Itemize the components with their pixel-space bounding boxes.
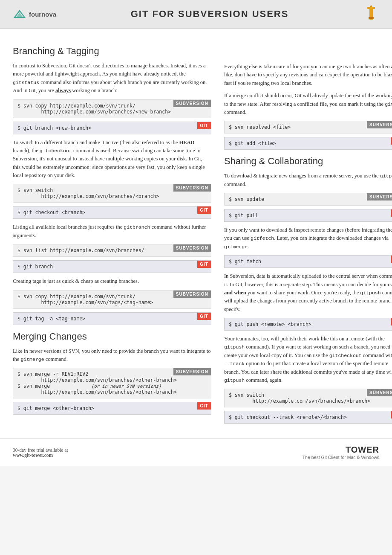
track-git-code: $ git checkout --track <remote>/<branch> — [229, 414, 383, 420]
gitmerge-code-2: gitmerge — [224, 244, 248, 250]
merging-section: Merging Changes Like in newer versions o… — [13, 331, 211, 415]
switch-git-block: GIT $ git checkout <branch> — [13, 206, 211, 219]
tower-subtitle: The best Git Client for Mac & Windows — [303, 455, 379, 460]
add-git-code: $ git add <file> — [229, 140, 383, 146]
branching-tagging-title: Branching & Tagging — [13, 46, 211, 57]
footer-right: TOWER The best Git Client for Mac & Wind… — [303, 445, 379, 460]
push-git-code: $ git push <remote> <branch> — [229, 321, 383, 327]
merge-svn-code: $ svn merge -r REV1:REV2 http://example.… — [17, 371, 177, 395]
gitpull-code: gitpull — [380, 173, 392, 179]
svg-marker-7 — [370, 5, 372, 7]
merging-para1: Like in newer versions of SVN, you only … — [13, 347, 211, 364]
sharing-para4: Your teammates, too, will publish their … — [224, 335, 392, 384]
gitmerge-code-1: gitmerge — [20, 357, 44, 362]
branching-cont-section: Everything else is taken care of for you… — [224, 63, 392, 150]
gitfetch-code: gitfetch — [251, 235, 274, 241]
footer-url: www.git-tower.com — [13, 453, 68, 458]
pull-git-code: $ git pull — [229, 212, 383, 218]
branch-svn-block: SUBVERSION $ svn copy http://example.com… — [13, 99, 211, 118]
branch-git-block: GIT $ git branch <new-branch> — [13, 122, 211, 134]
git-label-4: GIT — [197, 313, 211, 320]
tag-git-code: $ git tag -a <tag-name> — [17, 316, 190, 322]
switch-svn-code: $ svn switch http://example.com/svn/bran… — [17, 187, 177, 199]
svn-label-3: SUBVERSION — [173, 244, 211, 252]
gitcheckout-code-2: gitcheckout — [329, 353, 362, 358]
track-option-code: --track — [224, 361, 245, 366]
list-svn-block: SUBVERSION $ svn list http://example.com… — [13, 244, 211, 257]
sharing-title: Sharing & Collaborating — [224, 156, 392, 167]
svn-label-8: SUBVERSION — [367, 389, 392, 396]
sharing-para1: To download & integrate new changes from… — [224, 172, 392, 189]
gitpush-code-1: gitpush — [360, 290, 380, 296]
gitadd-code: gitadd — [385, 102, 392, 107]
tag-git-block: GIT $ git tag -a <tag-name> — [13, 312, 211, 325]
gitstatus-code: gitstatus — [13, 80, 39, 85]
svn-label-4: SUBVERSION — [173, 291, 211, 298]
branching-para2: To switch to a different branch and make… — [13, 139, 211, 180]
list-svn-code: $ svn list http://example.com/svn/branch… — [17, 247, 177, 253]
always-text: always — [55, 87, 71, 93]
svn-label-7: SUBVERSION — [367, 193, 392, 200]
svn-label-6: SUBVERSION — [367, 121, 392, 128]
tower-title: TOWER — [303, 445, 379, 455]
gitbranch-code: gitbranch — [124, 224, 150, 230]
tag-svn-block: SUBVERSION $ svn copy http://example.com… — [13, 290, 211, 309]
tag-svn-code: $ svn copy http://example.com/svn/trunk/… — [17, 293, 177, 305]
fetch-git-block: GIT $ git fetch — [224, 255, 392, 268]
tower-icon — [363, 5, 379, 21]
header-icon — [363, 5, 379, 23]
sharing-para2: If you only want to download & inspect r… — [224, 226, 392, 251]
track-svn-block: SUBVERSION $ svn switch http://example.c… — [224, 389, 392, 407]
update-svn-code: $ svn update — [229, 196, 370, 202]
fetch-git-code: $ git fetch — [229, 259, 383, 264]
footer-trial-text: 30-day free trial available at — [13, 447, 68, 453]
svn-label-2: SUBVERSION — [173, 184, 211, 192]
git-label-5: GIT — [197, 402, 211, 410]
branching-cont-para1: Everything else is taken care of for you… — [224, 63, 392, 87]
footer: 30-day free trial available at www.git-t… — [0, 438, 392, 466]
branching-tagging-section: Branching & Tagging In contrast to Subve… — [13, 46, 211, 325]
resolved-svn-block: SUBVERSION $ svn resolved <file> — [224, 121, 392, 134]
svn-label-1: SUBVERSION — [173, 100, 211, 107]
branching-cont-para2: If a merge conflict should occur, Git wi… — [224, 92, 392, 116]
gitpush-code-3: gitpush — [224, 378, 245, 383]
branching-para3: Listing all available local branches jus… — [13, 223, 211, 240]
git-label-1: GIT — [197, 122, 211, 129]
resolved-svn-code: $ svn resolved <file> — [229, 124, 370, 130]
footer-left: 30-day free trial available at www.git-t… — [13, 447, 68, 458]
switch-svn-block: SUBVERSION $ svn switch http://example.c… — [13, 184, 211, 203]
branching-para4: Creating tags is just as quick & cheap a… — [13, 277, 211, 285]
logo-area: fournova — [13, 9, 56, 19]
merging-title: Merging Changes — [13, 331, 211, 342]
branch-svn-code: $ svn copy http://example.com/svn/trunk/… — [17, 103, 177, 115]
add-git-block: GIT $ git add <file> — [224, 137, 392, 150]
merge-git-code: $ git merge <other-branch> — [17, 405, 190, 411]
git-label-3: GIT — [197, 261, 211, 268]
logo-text: fournova — [29, 11, 56, 18]
branching-para1: In contrast to Subversion, Git doesn't u… — [13, 62, 211, 95]
fournova-logo-icon — [13, 9, 26, 19]
list-git-block: GIT $ git branch — [13, 260, 211, 273]
left-column: Branching & Tagging In contrast to Subve… — [13, 41, 211, 430]
list-git-code: $ git branch — [17, 264, 190, 270]
track-git-block: GIT $ git checkout --track <remote>/<bra… — [224, 411, 392, 424]
svg-rect-5 — [369, 17, 374, 19]
merge-git-block: GIT $ git merge <other-branch> — [13, 402, 211, 415]
gitpush-code-2: gitpush — [224, 344, 245, 350]
branch-git-code: $ git branch <new-branch> — [17, 125, 190, 131]
pull-git-block: GIT $ git pull — [224, 209, 392, 222]
track-svn-code: $ svn switch http://example.com/svn/bran… — [229, 392, 370, 404]
git-label-2: GIT — [197, 206, 211, 214]
right-column: Everything else is taken care of for you… — [224, 41, 392, 430]
gitcheckout-code-1: gitcheckout — [40, 148, 72, 154]
switch-git-code: $ git checkout <branch> — [17, 209, 190, 215]
sharing-section: Sharing & Collaborating To download & in… — [224, 156, 392, 424]
svn-label-5: SUBVERSION — [173, 368, 211, 375]
sharing-para3: In Subversion, data is automatically upl… — [224, 272, 392, 314]
main-content: Branching & Tagging In contrast to Subve… — [0, 29, 392, 438]
update-svn-block: SUBVERSION $ svn update — [224, 193, 392, 206]
merge-svn-block: SUBVERSION $ svn merge -r REV1:REV2 http… — [13, 368, 211, 398]
push-git-block: GIT $ git push <remote> <branch> — [224, 318, 392, 331]
header: fournova GIT FOR SUBVERSION USERS — [0, 0, 392, 29]
header-title: GIT FOR SUBVERSION USERS — [131, 9, 289, 19]
